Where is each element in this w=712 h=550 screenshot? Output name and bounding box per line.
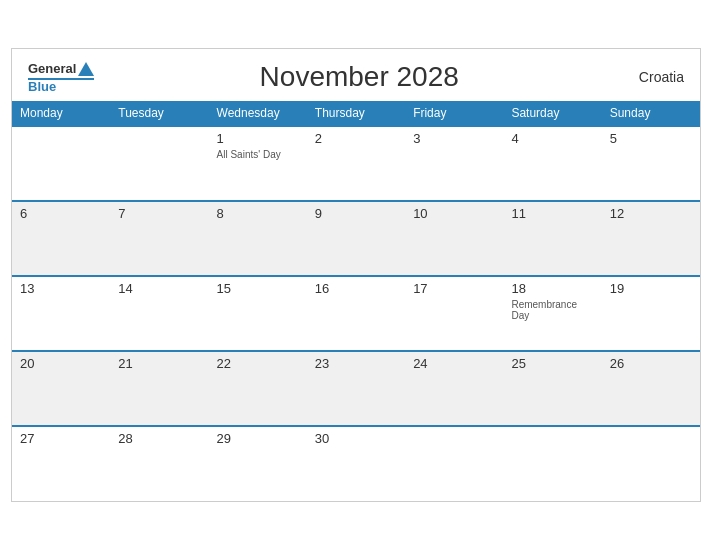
day-header-saturday: Saturday bbox=[503, 101, 601, 126]
day-number: 21 bbox=[118, 356, 200, 371]
calendar-cell: 18Remembrance Day bbox=[503, 276, 601, 351]
calendar-cell: 4 bbox=[503, 126, 601, 201]
day-number: 22 bbox=[217, 356, 299, 371]
calendar-header: General Blue November 2028 Croatia bbox=[12, 49, 700, 101]
calendar-cell: 12 bbox=[602, 201, 700, 276]
calendar-cell: 9 bbox=[307, 201, 405, 276]
day-header-thursday: Thursday bbox=[307, 101, 405, 126]
logo-general-text: General bbox=[28, 62, 76, 75]
logo: General Blue bbox=[28, 62, 94, 93]
day-number: 23 bbox=[315, 356, 397, 371]
day-number: 8 bbox=[217, 206, 299, 221]
day-number: 26 bbox=[610, 356, 692, 371]
day-number: 17 bbox=[413, 281, 495, 296]
day-number: 18 bbox=[511, 281, 593, 296]
calendar-cell: 3 bbox=[405, 126, 503, 201]
calendar-cell: 17 bbox=[405, 276, 503, 351]
day-number: 29 bbox=[217, 431, 299, 446]
day-number: 28 bbox=[118, 431, 200, 446]
calendar-cell: 8 bbox=[209, 201, 307, 276]
day-number: 24 bbox=[413, 356, 495, 371]
calendar-grid: MondayTuesdayWednesdayThursdayFridaySatu… bbox=[12, 101, 700, 501]
calendar-cell: 16 bbox=[307, 276, 405, 351]
day-header-wednesday: Wednesday bbox=[209, 101, 307, 126]
calendar-cell: 20 bbox=[12, 351, 110, 426]
calendar-cell: 21 bbox=[110, 351, 208, 426]
week-row: 27282930 bbox=[12, 426, 700, 501]
calendar-cell: 30 bbox=[307, 426, 405, 501]
calendar-cell: 14 bbox=[110, 276, 208, 351]
day-number: 20 bbox=[20, 356, 102, 371]
day-number: 30 bbox=[315, 431, 397, 446]
day-number: 10 bbox=[413, 206, 495, 221]
calendar-cell bbox=[12, 126, 110, 201]
calendar-cell: 26 bbox=[602, 351, 700, 426]
day-header-monday: Monday bbox=[12, 101, 110, 126]
calendar-title: November 2028 bbox=[94, 61, 624, 93]
calendar-cell bbox=[503, 426, 601, 501]
calendar-cell bbox=[405, 426, 503, 501]
day-number: 1 bbox=[217, 131, 299, 146]
day-number: 6 bbox=[20, 206, 102, 221]
day-number: 27 bbox=[20, 431, 102, 446]
day-number: 7 bbox=[118, 206, 200, 221]
calendar-cell bbox=[110, 126, 208, 201]
calendar-cell: 11 bbox=[503, 201, 601, 276]
week-row: 20212223242526 bbox=[12, 351, 700, 426]
day-number: 3 bbox=[413, 131, 495, 146]
day-header-tuesday: Tuesday bbox=[110, 101, 208, 126]
day-number: 11 bbox=[511, 206, 593, 221]
holiday-name: Remembrance Day bbox=[511, 299, 593, 321]
calendar-cell: 13 bbox=[12, 276, 110, 351]
calendar-container: General Blue November 2028 Croatia Monda… bbox=[11, 48, 701, 502]
day-number: 16 bbox=[315, 281, 397, 296]
day-number: 9 bbox=[315, 206, 397, 221]
calendar-cell: 22 bbox=[209, 351, 307, 426]
day-number: 4 bbox=[511, 131, 593, 146]
calendar-cell: 27 bbox=[12, 426, 110, 501]
day-number: 25 bbox=[511, 356, 593, 371]
calendar-cell: 19 bbox=[602, 276, 700, 351]
day-number: 12 bbox=[610, 206, 692, 221]
logo-triangle-icon bbox=[78, 62, 94, 76]
calendar-cell: 7 bbox=[110, 201, 208, 276]
week-row: 6789101112 bbox=[12, 201, 700, 276]
calendar-cell: 2 bbox=[307, 126, 405, 201]
week-row: 131415161718Remembrance Day19 bbox=[12, 276, 700, 351]
country-label: Croatia bbox=[624, 69, 684, 85]
week-row: 1All Saints' Day2345 bbox=[12, 126, 700, 201]
holiday-name: All Saints' Day bbox=[217, 149, 299, 160]
logo-blue-text: Blue bbox=[28, 80, 56, 93]
day-number: 15 bbox=[217, 281, 299, 296]
day-header-friday: Friday bbox=[405, 101, 503, 126]
calendar-cell: 15 bbox=[209, 276, 307, 351]
day-number: 19 bbox=[610, 281, 692, 296]
calendar-cell: 28 bbox=[110, 426, 208, 501]
calendar-cell: 24 bbox=[405, 351, 503, 426]
calendar-cell bbox=[602, 426, 700, 501]
day-number: 2 bbox=[315, 131, 397, 146]
day-header-sunday: Sunday bbox=[602, 101, 700, 126]
calendar-cell: 10 bbox=[405, 201, 503, 276]
calendar-cell: 5 bbox=[602, 126, 700, 201]
day-number: 13 bbox=[20, 281, 102, 296]
calendar-cell: 6 bbox=[12, 201, 110, 276]
calendar-cell: 23 bbox=[307, 351, 405, 426]
days-of-week-row: MondayTuesdayWednesdayThursdayFridaySatu… bbox=[12, 101, 700, 126]
calendar-cell: 29 bbox=[209, 426, 307, 501]
day-number: 14 bbox=[118, 281, 200, 296]
calendar-cell: 25 bbox=[503, 351, 601, 426]
calendar-cell: 1All Saints' Day bbox=[209, 126, 307, 201]
day-number: 5 bbox=[610, 131, 692, 146]
